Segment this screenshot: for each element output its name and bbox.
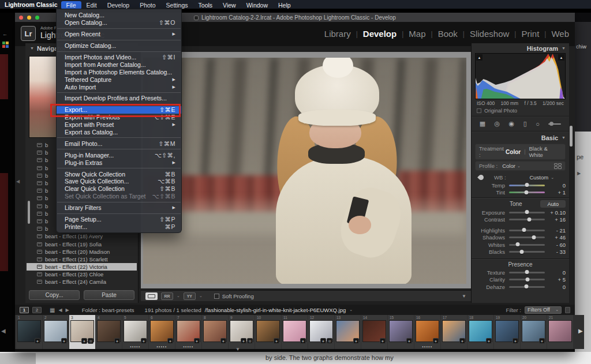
filmstrip-collapse-icon[interactable]: ▼ <box>235 347 240 352</box>
second-screen-button[interactable]: 2 <box>32 307 42 313</box>
menubar-item-file[interactable]: File <box>61 1 81 9</box>
slider-track[interactable] <box>509 230 545 231</box>
adjustment-badge-icon[interactable]: ◆ <box>459 338 465 344</box>
soft-proofing-toggle[interactable]: Soft Proofing <box>214 293 254 299</box>
soft-proofing-checkbox[interactable] <box>214 294 219 299</box>
copy-button[interactable]: Copy... <box>29 290 80 300</box>
slider-thumb[interactable] <box>524 284 528 288</box>
filmstrip-thumbnail[interactable]: 3◆▨ <box>69 315 95 349</box>
preset-item[interactable]: beart - Effect (18) Avery <box>27 232 137 240</box>
filmstrip-thumbnail[interactable]: 16◆••••• <box>414 315 440 349</box>
preset-item[interactable]: beart - Effect (20) Madison <box>27 248 137 256</box>
left-panel-collapse-icon[interactable]: ◀ <box>16 179 20 184</box>
menu-item-export-as-catalog[interactable]: Export as Catalog... <box>57 129 181 136</box>
profile-value[interactable]: Color <box>502 163 515 169</box>
slider-track[interactable] <box>509 251 545 253</box>
menubar-item-edit[interactable]: Edit <box>81 1 102 9</box>
filmstrip-thumbnail[interactable]: 17◆ <box>441 315 467 349</box>
menu-item-import-a-photoshop-elements-catalog[interactable]: Import a Photoshop Elements Catalog... <box>57 68 181 76</box>
crop-badge-icon[interactable]: ▨ <box>327 338 332 344</box>
radial-filter-icon[interactable]: ○ <box>536 121 540 127</box>
menubar-item-window[interactable]: Window <box>241 1 273 9</box>
filmstrip-scroll-left-icon[interactable]: ◀ <box>1 328 6 334</box>
preset-item[interactable]: beart - Effect (19) Sofia <box>27 240 137 247</box>
adjustment-badge-icon[interactable]: ◆ <box>320 338 326 344</box>
filmstrip-thumbnail[interactable]: 15◆ <box>388 315 414 349</box>
before-after-lr-button[interactable]: RR <box>161 292 173 300</box>
menu-item-plug-in-extras[interactable]: Plug-in Extras▶ <box>57 159 181 166</box>
preset-item[interactable]: beart - Effect (24) Camila <box>27 278 137 286</box>
crop-badge-icon[interactable]: ▨ <box>247 338 253 344</box>
filmstrip-thumbnail[interactable]: 9◆▨ <box>229 315 255 349</box>
slider-track[interactable] <box>509 219 545 220</box>
treatment-color-option[interactable]: Color <box>506 149 521 155</box>
module-tab-book[interactable]: Book <box>438 29 458 39</box>
red-eye-icon[interactable]: ◉ <box>509 120 515 127</box>
menubar-item-view[interactable]: View <box>218 1 241 9</box>
menu-item-plug-in-manager[interactable]: Plug-in Manager...⌥⇧⌘, <box>57 151 181 159</box>
left-panel-scrollbar[interactable] <box>28 201 30 224</box>
menu-item-email-photo[interactable]: Email Photo...⇧⌘M <box>57 140 181 147</box>
slider-thumb[interactable] <box>519 250 523 254</box>
menubar-item-photo[interactable]: Photo <box>134 1 160 9</box>
shadow-clipping-icon[interactable]: ▲ <box>476 54 482 61</box>
menu-item-tethered-capture[interactable]: Tethered Capture▶ <box>57 76 181 83</box>
spot-removal-icon[interactable]: ◎ <box>495 120 500 127</box>
preset-item[interactable]: beart - Effect (23) Chloe <box>27 271 137 278</box>
filmstrip-thumbnail[interactable]: 14◆ <box>361 315 387 349</box>
slider-track[interactable] <box>509 212 545 213</box>
module-tab-web[interactable]: Web <box>551 29 569 39</box>
slider-track[interactable] <box>509 185 545 186</box>
chevron-down-icon[interactable]: ⌄ <box>199 294 203 298</box>
slider-track[interactable] <box>509 244 545 246</box>
adjustment-badge-icon[interactable]: ◆ <box>220 338 226 344</box>
menubar-app-name[interactable]: Lightroom Classic <box>5 1 58 8</box>
eyedropper-icon[interactable] <box>477 174 485 181</box>
menu-item-open-recent[interactable]: Open Recent▶ <box>57 31 181 38</box>
filmstrip-thumbnail[interactable]: 21 <box>547 315 573 349</box>
original-photo-toggle[interactable]: Original Photo <box>475 107 566 115</box>
menubar-item-settings[interactable]: Settings <box>161 1 193 9</box>
adjustment-badge-icon[interactable]: ◆ <box>35 338 40 344</box>
filmstrip-thumbnail[interactable]: 12◆▨ <box>308 315 334 349</box>
filmstrip-thumbnail[interactable]: 7◆••••• <box>175 315 201 349</box>
adjustment-badge-icon[interactable]: ◆ <box>61 338 67 344</box>
adjustment-badge-icon[interactable]: ◆ <box>539 338 545 344</box>
adjustment-badge-icon[interactable]: ◆ <box>300 338 306 344</box>
adjustment-badge-icon[interactable]: ◆ <box>433 338 439 344</box>
adjustment-badge-icon[interactable]: ◆ <box>274 338 279 344</box>
filmstrip-thumbnail[interactable]: 1◆ <box>16 315 42 349</box>
menu-item-import-from-another-catalog[interactable]: Import from Another Catalog... <box>57 61 181 68</box>
photo-canvas[interactable] <box>141 52 471 288</box>
slider-thumb[interactable] <box>526 277 530 282</box>
wb-value[interactable]: Custom <box>529 174 548 181</box>
histogram[interactable]: ▲ ▲ <box>475 53 566 99</box>
menu-item-import-develop-profiles-and-presets[interactable]: Import Develop Profiles and Presets... <box>57 95 181 102</box>
preset-item[interactable]: beart - Effect (21) Scarlett <box>27 256 137 263</box>
menu-item-show-quick-collection[interactable]: Show Quick Collection⌘B <box>57 170 181 178</box>
slider-thumb[interactable] <box>532 235 536 239</box>
crop-overlay-icon[interactable]: ▦ <box>480 120 485 127</box>
filmstrip-thumbnail[interactable]: 5◆••••• <box>122 315 148 349</box>
folder-breadcrumb[interactable]: Folder : beart-presets <box>82 307 134 313</box>
adjustment-badge-icon[interactable]: ◆ <box>486 338 492 344</box>
slider-thumb[interactable] <box>515 242 519 246</box>
highlight-clipping-icon[interactable]: ▲ <box>558 54 564 61</box>
menu-item-new-catalog[interactable]: New Catalog... <box>57 12 181 19</box>
chevron-down-icon[interactable]: ⌄ <box>349 307 353 312</box>
filmstrip-thumbnail[interactable]: 18◆ <box>467 315 493 349</box>
filmstrip-thumbnail[interactable]: 8◆ <box>202 315 228 349</box>
slider-thumb[interactable] <box>525 183 529 187</box>
filmstrip-thumbnail[interactable]: 4◆ <box>96 315 122 349</box>
slider-track[interactable] <box>509 279 545 280</box>
menu-item-export-with-preset[interactable]: Export with Preset▶ <box>57 121 181 129</box>
slider-thumb[interactable] <box>525 270 529 274</box>
module-tab-slideshow[interactable]: Slideshow <box>470 29 509 39</box>
menu-item-optimize-catalog[interactable]: Optimize Catalog... <box>57 42 181 50</box>
adjustment-badge-icon[interactable]: ◆ <box>194 338 200 344</box>
right-panel-scrollbar[interactable] <box>570 126 573 147</box>
previous-photo-icon[interactable]: ◀ <box>58 307 62 313</box>
chevron-down-icon[interactable]: ⌄ <box>551 175 554 180</box>
slider-thumb[interactable] <box>522 228 526 232</box>
adjustment-badge-icon[interactable]: ◆ <box>167 338 173 344</box>
